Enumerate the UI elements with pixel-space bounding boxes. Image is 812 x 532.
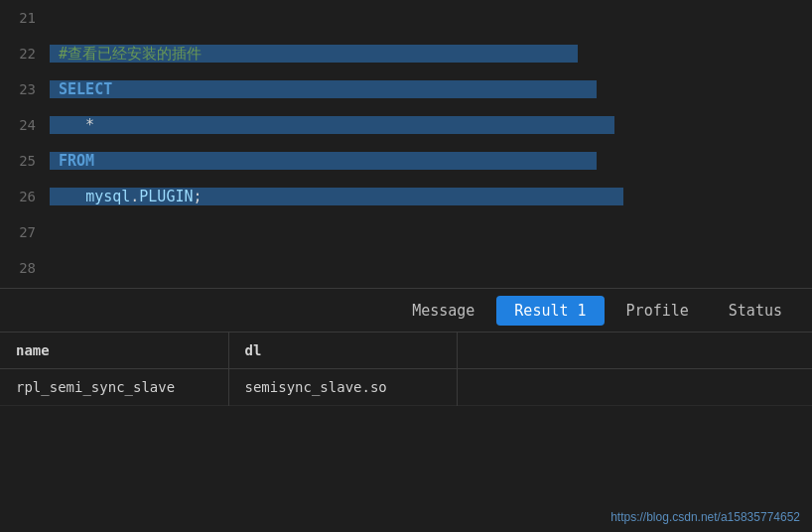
line-content-25: FROM [50, 152, 812, 170]
code-line-25: 25 FROM [0, 143, 812, 179]
col-header-dl: dl [228, 332, 457, 369]
line-number-21: 21 [0, 10, 50, 26]
line-number-25: 25 [0, 153, 50, 169]
col-header-name: name [0, 332, 228, 369]
table-row: rpl_semi_sync_slave semisync_slave.so [0, 369, 812, 406]
code-line-27: 27 [0, 214, 812, 250]
line-content-24: * [50, 116, 812, 134]
code-line-24: 24 * [0, 107, 812, 143]
tab-message[interactable]: Message [394, 296, 492, 326]
tab-status[interactable]: Status [711, 296, 800, 326]
line-number-23: 23 [0, 81, 50, 97]
cell-dl: semisync_slave.so [228, 369, 457, 406]
results-area: name dl rpl_semi_sync_slave semisync_sla… [0, 332, 812, 532]
tab-result1[interactable]: Result 1 [496, 296, 604, 326]
footer-url: https://blog.csdn.net/a15835774652 [610, 510, 800, 524]
cell-extra [457, 369, 812, 406]
code-line-28: 28 [0, 250, 812, 286]
table-header-row: name dl [0, 332, 812, 369]
cell-name: rpl_semi_sync_slave [0, 369, 228, 406]
line-number-22: 22 [0, 46, 50, 62]
line-content-26: mysql.PLUGIN; [50, 188, 812, 205]
line-number-27: 27 [0, 224, 50, 240]
code-line-22: 22 #查看已经安装的插件 [0, 36, 812, 71]
tab-profile[interactable]: Profile [609, 296, 707, 326]
code-line-23: 23 SELECT [0, 71, 812, 107]
col-header-extra [457, 332, 812, 369]
result-table: name dl rpl_semi_sync_slave semisync_sla… [0, 332, 812, 406]
line-content-23: SELECT [50, 80, 812, 98]
line-number-28: 28 [0, 260, 50, 276]
line-number-24: 24 [0, 117, 50, 133]
line-number-26: 26 [0, 189, 50, 204]
line-content-22: #查看已经安装的插件 [50, 45, 812, 64]
code-line-26: 26 mysql.PLUGIN; [0, 179, 812, 214]
code-editor: 21 22 #查看已经安装的插件 23 SELECT 24 * [0, 0, 812, 288]
code-line-21: 21 [0, 0, 812, 36]
tabs-bar: Message Result 1 Profile Status [0, 288, 812, 332]
